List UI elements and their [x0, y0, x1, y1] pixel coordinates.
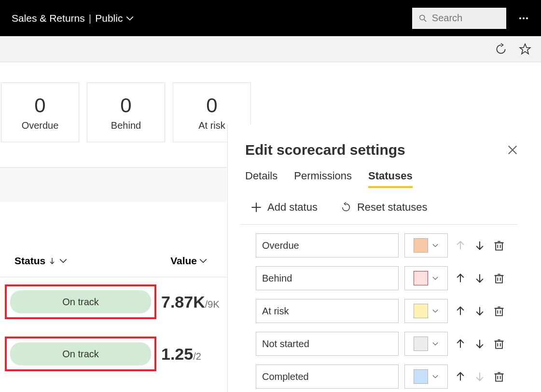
favorite-button[interactable]	[519, 43, 531, 55]
svg-point-2	[519, 17, 521, 19]
settings-panel: Edit scorecard settings Details Permissi…	[227, 124, 541, 392]
status-name-input[interactable]	[256, 233, 399, 257]
search-box[interactable]	[412, 8, 506, 29]
status-config-row	[245, 299, 518, 323]
move-up-button[interactable]	[454, 306, 467, 316]
trash-icon	[494, 306, 504, 316]
color-picker[interactable]	[404, 233, 448, 257]
color-swatch	[414, 238, 428, 253]
status-config-row	[245, 266, 518, 290]
arrow-down-icon	[474, 306, 485, 316]
card-value: 0	[34, 94, 45, 117]
delete-button[interactable]	[492, 240, 506, 251]
card-label: Behind	[111, 120, 141, 131]
arrow-up-icon	[455, 371, 466, 382]
refresh-button[interactable]	[495, 43, 507, 55]
chevron-down-icon	[432, 242, 439, 249]
reset-statuses-button[interactable]: Reset statuses	[341, 201, 428, 214]
tab-permissions[interactable]: Permissions	[294, 170, 352, 188]
move-down-button[interactable]	[473, 273, 486, 284]
move-down-button	[473, 371, 486, 382]
status-name-input[interactable]	[256, 299, 399, 323]
move-down-button[interactable]	[473, 338, 486, 349]
color-picker[interactable]	[404, 365, 448, 389]
chevron-down-icon	[59, 257, 68, 265]
highlight-box: On track	[5, 284, 156, 319]
arrow-up-icon	[455, 240, 466, 251]
card-overdue[interactable]: 0 Overdue	[1, 82, 79, 142]
more-menu-button[interactable]	[518, 13, 529, 24]
svg-rect-40	[496, 374, 502, 381]
close-icon	[507, 145, 518, 155]
search-input[interactable]	[432, 13, 499, 24]
move-down-button[interactable]	[473, 306, 486, 316]
status-name-input[interactable]	[256, 365, 399, 389]
panel-tabs: Details Permissions Statuses	[245, 170, 518, 189]
svg-point-0	[420, 15, 425, 20]
color-swatch	[414, 304, 428, 318]
svg-line-1	[424, 19, 426, 21]
close-button[interactable]	[507, 145, 518, 155]
value-cell: 7.87K /9K	[161, 293, 220, 311]
svg-point-4	[526, 17, 528, 19]
card-value: 0	[120, 94, 131, 117]
add-status-button[interactable]: Add status	[251, 201, 318, 214]
table-header: Status Value	[0, 244, 227, 277]
value-cell: 1.25 /2	[161, 345, 201, 364]
star-icon	[519, 43, 531, 55]
card-value: 0	[206, 94, 217, 117]
delete-button[interactable]	[492, 371, 506, 382]
visibility-dropdown[interactable]: Public	[95, 13, 134, 24]
color-swatch	[414, 337, 428, 351]
move-up-button[interactable]	[454, 371, 467, 382]
toolbar	[0, 36, 541, 62]
card-label: At risk	[198, 120, 225, 131]
workspace-title: Sales & Returns	[12, 13, 85, 24]
status-config-row	[245, 365, 518, 389]
color-picker[interactable]	[404, 332, 448, 356]
card-behind[interactable]: 0 Behind	[87, 82, 165, 142]
move-down-button[interactable]	[473, 240, 486, 251]
arrow-up-icon	[455, 338, 466, 349]
trash-icon	[494, 273, 504, 284]
top-header: Sales & Returns | Public	[0, 0, 541, 36]
table-row: On track 1.25 /2	[5, 333, 227, 375]
card-label: Overdue	[22, 120, 59, 131]
table-row: On track 7.87K /9K	[5, 281, 227, 323]
status-config-row	[245, 233, 518, 257]
svg-rect-19	[496, 276, 502, 283]
search-icon	[419, 14, 427, 23]
chevron-down-icon	[199, 257, 208, 265]
status-name-input[interactable]	[256, 266, 399, 290]
delete-button[interactable]	[492, 338, 506, 349]
reset-icon	[341, 202, 351, 213]
visibility-label: Public	[95, 13, 123, 24]
move-up-button[interactable]	[454, 273, 467, 284]
plus-icon	[251, 202, 262, 213]
column-status[interactable]: Status	[14, 255, 68, 267]
color-picker[interactable]	[404, 299, 448, 323]
sort-down-icon	[48, 257, 56, 265]
delete-button[interactable]	[492, 306, 506, 316]
delete-button[interactable]	[492, 273, 506, 284]
ellipsis-icon	[518, 13, 529, 24]
status-pill[interactable]: On track	[10, 290, 151, 313]
arrow-up-icon	[455, 273, 466, 284]
status-pill[interactable]: On track	[10, 342, 151, 365]
arrow-up-icon	[455, 306, 466, 316]
chevron-down-icon	[432, 340, 439, 347]
chevron-down-icon	[125, 14, 134, 23]
tab-statuses[interactable]: Statuses	[368, 170, 413, 188]
status-name-input[interactable]	[256, 332, 399, 356]
trash-icon	[494, 240, 504, 251]
chevron-down-icon	[432, 373, 439, 380]
column-value[interactable]: Value	[170, 255, 208, 267]
tab-details[interactable]: Details	[245, 170, 277, 188]
move-up-button[interactable]	[454, 338, 467, 349]
move-up-button	[454, 240, 467, 251]
title-separator: |	[89, 13, 91, 24]
main-content: 0 Overdue 0 Behind 0 At risk Status Valu…	[0, 62, 541, 392]
svg-rect-12	[496, 243, 502, 250]
color-picker[interactable]	[404, 266, 448, 290]
trash-icon	[494, 371, 504, 382]
